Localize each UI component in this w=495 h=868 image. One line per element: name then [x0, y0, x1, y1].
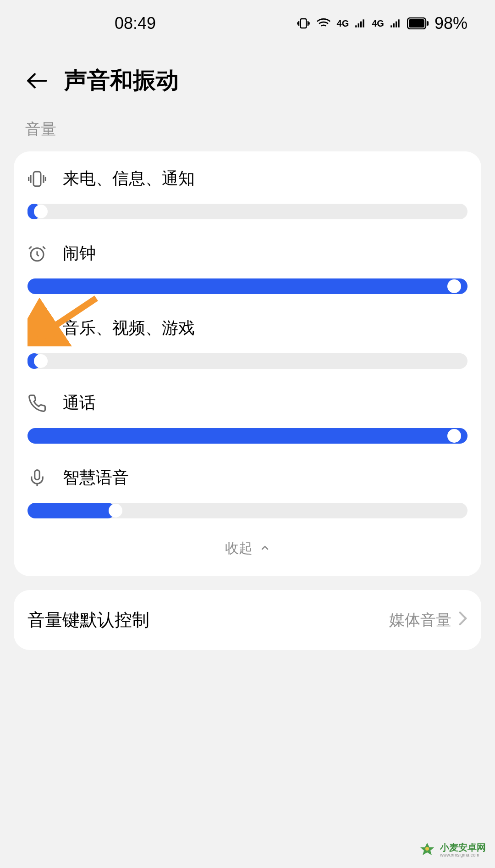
- alarm-icon: [28, 244, 47, 263]
- status-icons: 4G 4G 98%: [297, 14, 468, 33]
- phone-icon: [28, 394, 47, 413]
- ringtone-label: 来电、信息、通知: [63, 167, 195, 190]
- svg-rect-5: [390, 25, 392, 27]
- volume-key-label: 音量键默认控制: [28, 608, 149, 632]
- signal-2-icon: [390, 17, 402, 29]
- page-title: 声音和振动: [64, 65, 179, 96]
- vibrate-indicator-icon: [297, 17, 310, 30]
- volume-item-alarm: 闹钟: [28, 242, 468, 294]
- back-button[interactable]: [25, 69, 48, 92]
- call-label: 通话: [63, 392, 96, 414]
- volume-item-ringtone: 来电、信息、通知: [28, 167, 468, 219]
- assistant-slider[interactable]: [28, 503, 468, 518]
- svg-rect-6: [393, 23, 395, 28]
- battery-percent: 98%: [434, 14, 468, 33]
- vibrate-icon: [28, 169, 47, 189]
- svg-rect-7: [396, 22, 397, 28]
- volume-key-default-item[interactable]: 音量键默认控制 媒体音量: [14, 590, 481, 650]
- media-label: 音乐、视频、游戏: [63, 317, 195, 339]
- alarm-label: 闹钟: [63, 242, 96, 265]
- svg-rect-1: [355, 25, 357, 27]
- watermark: 小麦安卓网 www.xmsigma.com: [418, 840, 486, 859]
- volume-key-value: 媒体音量: [389, 610, 451, 631]
- signal-4g-text-2: 4G: [372, 18, 384, 29]
- ringtone-slider[interactable]: [28, 204, 468, 219]
- svg-point-20: [425, 847, 429, 851]
- chevron-up-icon: [259, 541, 270, 556]
- status-time: 08:49: [115, 14, 156, 33]
- signal-4g-text-1: 4G: [337, 18, 349, 29]
- collapse-button[interactable]: 收起: [28, 528, 468, 565]
- svg-rect-13: [33, 172, 41, 186]
- svg-rect-10: [409, 19, 424, 28]
- assistant-label: 智慧语音: [63, 467, 129, 489]
- svg-rect-4: [363, 19, 364, 27]
- watermark-main: 小麦安卓网: [440, 842, 486, 852]
- svg-rect-8: [398, 19, 399, 27]
- svg-rect-11: [427, 21, 429, 26]
- volume-item-media: 音乐、视频、游戏: [28, 317, 468, 369]
- status-bar: 08:49 4G 4G: [0, 0, 495, 47]
- signal-1-icon: [354, 17, 366, 29]
- media-slider[interactable]: [28, 353, 468, 369]
- svg-line-15: [30, 321, 44, 336]
- volume-card: 来电、信息、通知 闹钟: [14, 151, 481, 576]
- battery-icon: [407, 17, 429, 29]
- alarm-slider[interactable]: [28, 278, 468, 294]
- mic-icon: [28, 468, 47, 488]
- mute-icon: [28, 319, 47, 338]
- svg-rect-16: [35, 470, 40, 479]
- svg-rect-0: [300, 19, 306, 28]
- svg-rect-2: [358, 23, 359, 28]
- chevron-right-icon: [458, 611, 468, 629]
- volume-item-call: 通话: [28, 392, 468, 444]
- call-slider[interactable]: [28, 428, 468, 444]
- volume-item-assistant: 智慧语音: [28, 467, 468, 518]
- page-header: 声音和振动: [0, 47, 495, 119]
- volume-section-label: 音量: [0, 119, 495, 151]
- svg-rect-3: [360, 22, 362, 28]
- wifi-icon: [316, 16, 331, 31]
- watermark-sub: www.xmsigma.com: [440, 852, 486, 857]
- collapse-label: 收起: [225, 539, 253, 558]
- watermark-icon: [418, 840, 436, 859]
